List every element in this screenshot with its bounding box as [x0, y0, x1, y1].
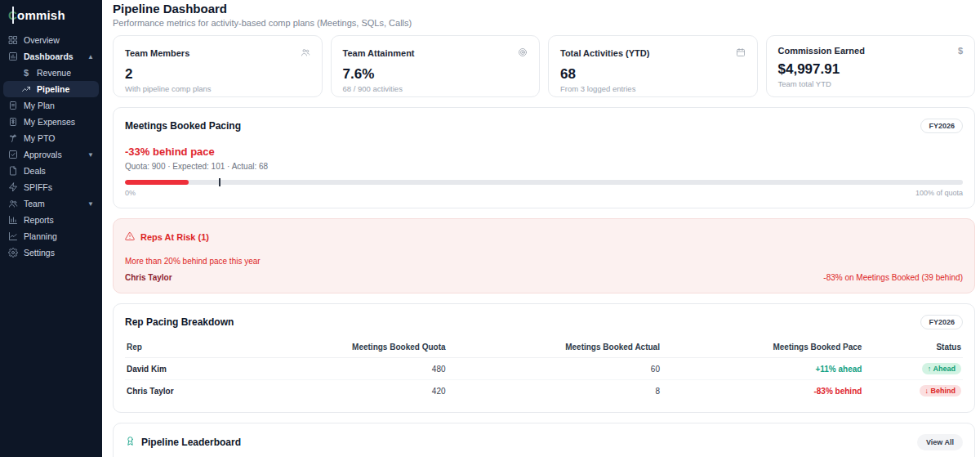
stat-subtext: From 3 logged entries: [560, 84, 746, 93]
chevron-up-icon: ▲: [87, 53, 94, 60]
progress-max-label: 100% of quota: [915, 189, 963, 197]
pacing-title: Meetings Booked Pacing: [125, 120, 241, 132]
sidebar-item-label: My PTO: [24, 133, 55, 143]
file-icon: [8, 166, 18, 176]
sidebar-item-label: SPIFFs: [24, 182, 52, 192]
trending-up-icon: [21, 84, 31, 94]
progress-fill: [125, 180, 189, 185]
at-risk-rep-row[interactable]: Chris Taylor -83% on Meetings Booked (39…: [125, 273, 963, 282]
fiscal-year-badge: FY2026: [920, 315, 963, 329]
sidebar-item-label: Dashboards: [24, 52, 74, 61]
at-risk-rep-name: Chris Taylor: [125, 273, 172, 282]
sidebar-item-label: Overview: [24, 35, 60, 45]
check-square-icon: [8, 150, 18, 159]
dollar-icon: $: [21, 68, 31, 78]
reps-at-risk-title: Reps At Risk (1): [140, 232, 209, 242]
view-all-button[interactable]: View All: [917, 434, 963, 450]
sidebar-item-reports[interactable]: Reports: [0, 212, 102, 228]
pacing-section: Meetings Booked Pacing FY2026 -33% behin…: [113, 107, 975, 208]
stat-label: Commission Earned: [778, 46, 865, 56]
dollar-icon: $: [958, 46, 963, 56]
stat-value: 2: [125, 66, 310, 83]
sidebar-item-approvals[interactable]: Approvals ▼: [0, 146, 102, 163]
col-header-actual: Meetings Booked Actual: [448, 338, 662, 358]
column-chart-icon: [8, 215, 18, 225]
gear-icon: [8, 248, 18, 258]
sidebar-item-my-pto[interactable]: My PTO: [0, 130, 102, 146]
sidebar-item-planning[interactable]: Planning: [0, 228, 102, 244]
stat-subtext: With pipeline comp plans: [125, 84, 310, 93]
stat-label: Total Activities (YTD): [560, 48, 649, 58]
app-window: Commish Overview Dashboards ▲ $ Revenue …: [0, 0, 980, 457]
sidebar-item-deals[interactable]: Deals: [0, 163, 102, 179]
stat-subtext: Team total YTD: [778, 79, 964, 88]
stat-value: 68: [560, 66, 746, 83]
sidebar-item-spiffs[interactable]: SPIFFs: [0, 179, 102, 195]
main-content: Pipeline Dashboard Performance metrics f…: [102, 0, 980, 457]
sidebar-item-dashboards[interactable]: Dashboards ▲: [0, 48, 102, 65]
leaderboard-title: Pipeline Leaderboard: [141, 437, 241, 448]
logo-text: ommish: [17, 8, 65, 22]
stat-label: Team Attainment: [343, 48, 415, 58]
page-title: Pipeline Dashboard: [113, 2, 975, 16]
rep-pacing-breakdown-section: Rep Pacing Breakdown FY2026 Rep Meetings…: [113, 303, 975, 413]
col-header-pace: Meetings Booked Pace: [662, 338, 863, 358]
logo-c-mark: C: [8, 8, 17, 22]
sidebar-item-label: Team: [24, 199, 45, 208]
rep-pacing-table: Rep Meetings Booked Quota Meetings Booke…: [125, 338, 963, 401]
cell-actual: 8: [448, 380, 662, 402]
zap-icon: [8, 182, 18, 192]
status-badge: ↓ Behind: [920, 385, 962, 397]
status-badge: ↑ Ahead: [922, 363, 961, 374]
logo: Commish: [0, 5, 102, 32]
expected-pace-marker: [219, 178, 220, 186]
pace-status-text: -33% behind pace: [125, 146, 963, 158]
bar-chart-icon: [8, 52, 18, 61]
stat-subtext: 68 / 900 activities: [343, 84, 528, 93]
sidebar-item-revenue[interactable]: $ Revenue: [0, 65, 102, 81]
warning-triangle-icon: [125, 230, 135, 244]
col-header-quota: Meetings Booked Quota: [235, 338, 448, 358]
sidebar-item-label: Reports: [24, 215, 54, 225]
stat-card-team-members: Team Members 2 With pipeline comp plans: [113, 35, 323, 97]
cell-quota: 480: [235, 358, 448, 380]
sidebar-item-pipeline[interactable]: Pipeline: [3, 81, 99, 97]
sidebar-item-my-plan[interactable]: My Plan: [0, 97, 102, 114]
chevron-down-icon: ▼: [87, 200, 94, 208]
sidebar-item-overview[interactable]: Overview: [0, 32, 102, 48]
clipboard-icon: [8, 101, 18, 110]
chevron-down-icon: ▼: [87, 151, 94, 159]
palm-tree-icon: [8, 133, 18, 143]
sidebar-item-my-expenses[interactable]: My Expenses: [0, 114, 102, 130]
pace-detail-text: Quota: 900 · Expected: 101 · Actual: 68: [125, 162, 963, 171]
users-icon: [8, 199, 18, 208]
receipt-icon: [8, 117, 18, 127]
users-icon: [301, 46, 310, 60]
grid-icon: [8, 35, 18, 45]
table-header-row: Rep Meetings Booked Quota Meetings Booke…: [125, 338, 963, 358]
sidebar-nav: Overview Dashboards ▲ $ Revenue Pipeline…: [0, 32, 102, 261]
target-icon: [518, 46, 528, 60]
pipeline-leaderboard-section: Pipeline Leaderboard View All 1 David Ki…: [113, 423, 975, 457]
cell-pace: +11% ahead: [662, 358, 863, 380]
table-row[interactable]: David Kim 480 60 +11% ahead ↑ Ahead: [125, 358, 963, 380]
sidebar-item-team[interactable]: Team ▼: [0, 195, 102, 212]
pacing-progress-bar: [125, 178, 963, 186]
stat-card-row: Team Members 2 With pipeline comp plans …: [113, 35, 975, 97]
progress-track: [125, 180, 963, 185]
stat-card-total-activities: Total Activities (YTD) 68 From 3 logged …: [548, 35, 758, 97]
cell-rep-name: David Kim: [125, 358, 235, 380]
cell-pace: -83% behind: [662, 380, 863, 402]
cell-rep-name: Chris Taylor: [125, 380, 235, 402]
sidebar-item-settings[interactable]: Settings: [0, 244, 102, 261]
award-icon: [125, 435, 136, 450]
reps-at-risk-section: Reps At Risk (1) More than 20% behind pa…: [113, 218, 975, 293]
stat-value: $4,997.91: [778, 61, 964, 78]
stat-value: 7.6%: [343, 66, 528, 83]
sidebar-item-label: Deals: [24, 166, 46, 176]
stat-card-team-attainment: Team Attainment 7.6% 68 / 900 activities: [331, 35, 541, 97]
sidebar-item-label: Revenue: [37, 68, 71, 78]
fiscal-year-badge: FY2026: [920, 119, 963, 133]
table-row[interactable]: Chris Taylor 420 8 -83% behind ↓ Behind: [125, 380, 963, 402]
sidebar-item-label: My Plan: [24, 101, 55, 110]
